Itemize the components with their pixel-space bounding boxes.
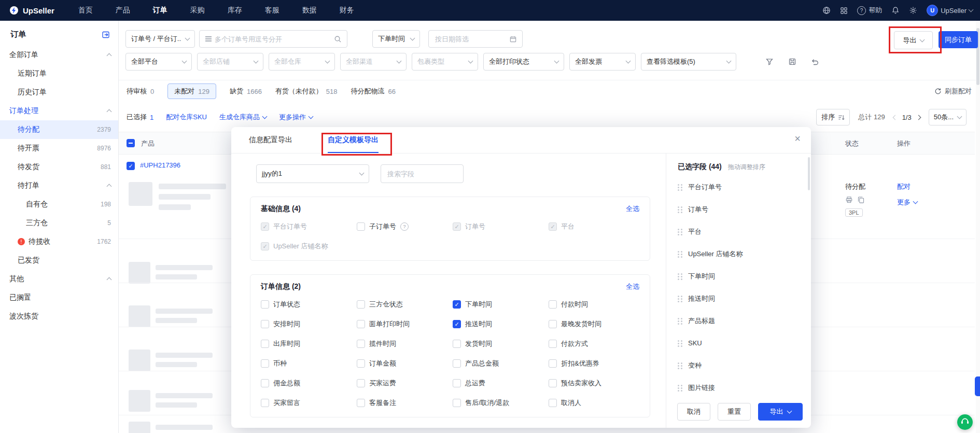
selected-field-item[interactable]: 平台 xyxy=(678,220,803,243)
settings-gear-icon[interactable] xyxy=(909,6,917,15)
order-number-link[interactable]: #UPH217396 xyxy=(140,161,180,169)
notifications-bell-icon[interactable] xyxy=(891,6,900,15)
status-tab[interactable]: 待分配物流 66 xyxy=(351,87,396,96)
tab-custom-template-export[interactable]: 自定义模板导出 xyxy=(328,127,379,153)
field-option[interactable]: 面单打印时间 ? xyxy=(357,319,447,329)
filter-dropdown[interactable]: 全部打印状态 xyxy=(483,53,564,71)
help-link[interactable]: ? 帮助 xyxy=(857,6,882,15)
filter-dropdown[interactable]: 包裹类型 xyxy=(412,53,478,71)
drag-handle-icon[interactable] xyxy=(678,184,683,191)
filter-dropdown[interactable]: 全部店铺 xyxy=(197,53,263,71)
field-option[interactable]: 佣金总额 ? xyxy=(261,379,352,388)
sidebar-item[interactable]: ! 近期订单 xyxy=(0,64,118,83)
search-type-select[interactable]: 订单号 / 平台订... xyxy=(125,30,195,48)
filter-dropdown[interactable]: 全部发票 xyxy=(569,53,636,71)
selected-field-item[interactable]: 变种 xyxy=(678,354,803,376)
reset-button[interactable]: 重置 xyxy=(718,403,751,421)
field-option[interactable]: 揽件时间 ? xyxy=(357,339,447,348)
field-option[interactable]: 买家运费 ? xyxy=(357,379,447,388)
export-confirm-button[interactable]: 导出 xyxy=(758,403,803,421)
sidebar-item[interactable]: ! 全部订单 xyxy=(0,46,118,64)
nav-item[interactable]: 客服 xyxy=(265,6,279,15)
sync-orders-button[interactable]: 同步订单 xyxy=(939,31,978,48)
drag-handle-icon[interactable] xyxy=(678,228,683,235)
field-option[interactable]: 预估卖家收入 ? xyxy=(549,379,639,388)
sidebar-item[interactable]: ! 自有仓 198 xyxy=(0,195,118,214)
sidebar-item[interactable]: ! 其他 xyxy=(0,270,118,288)
sidebar-item[interactable]: ! 待发货 881 xyxy=(0,158,118,176)
collapse-sidebar-icon[interactable] xyxy=(102,31,110,39)
field-option[interactable]: 发货时间 ? xyxy=(453,339,543,348)
selected-field-item[interactable]: 下单时间 xyxy=(678,265,803,287)
field-option[interactable]: 推送时间 ? xyxy=(453,319,543,329)
field-option[interactable]: 订单状态 ? xyxy=(261,300,352,309)
status-tab[interactable]: 未配对 129 xyxy=(167,83,216,99)
bulk-action-link[interactable]: 配对仓库SKU xyxy=(166,113,207,122)
refresh-pairing-button[interactable]: 刷新配对 xyxy=(934,87,972,96)
nav-item[interactable]: 产品 xyxy=(116,6,130,15)
language-globe-icon[interactable] xyxy=(822,6,831,15)
drag-handle-icon[interactable] xyxy=(678,362,683,369)
filter-dropdown[interactable]: 查看筛选模板(5) xyxy=(641,53,736,71)
print-label-icon[interactable] xyxy=(845,196,853,204)
field-option[interactable]: 付款时间 ? xyxy=(549,300,639,309)
field-option[interactable]: 出库时间 ? xyxy=(261,339,352,348)
field-option[interactable]: 付款方式 ? xyxy=(549,339,639,348)
sidebar-item[interactable]: ! 三方仓 5 xyxy=(0,214,118,232)
save-template-icon[interactable] xyxy=(788,58,796,66)
field-option[interactable]: 折扣&优惠券 ? xyxy=(549,359,639,368)
filter-dropdown[interactable]: 全部渠道 xyxy=(340,53,407,71)
search-icon[interactable] xyxy=(334,35,342,43)
filter-dropdown[interactable]: 全部平台 xyxy=(125,53,192,71)
sidebar-item[interactable]: ! 已搁置 xyxy=(0,288,118,307)
field-option[interactable]: 买家留言 ? xyxy=(261,398,352,408)
modal-scrollbar[interactable] xyxy=(808,157,810,190)
nav-item[interactable]: 库存 xyxy=(228,6,242,15)
page-size-select[interactable]: 50条... xyxy=(929,109,967,125)
status-tab[interactable]: 缺货 1666 xyxy=(230,87,262,96)
field-option[interactable]: 安排时间 ? xyxy=(261,319,352,329)
nav-item[interactable]: 数据 xyxy=(302,6,317,15)
more-link[interactable]: 更多 xyxy=(897,198,917,207)
brand[interactable]: UpSeller xyxy=(0,6,78,15)
sidebar-item[interactable]: ! 已发货 xyxy=(0,251,118,270)
date-filter-input[interactable] xyxy=(434,35,509,44)
filter-funnel-icon[interactable] xyxy=(765,58,774,66)
selected-field-item[interactable]: 图片链接 xyxy=(678,376,803,399)
bulk-action-link[interactable]: 更多操作 xyxy=(279,113,313,122)
drag-handle-icon[interactable] xyxy=(678,295,683,302)
sidebar-item[interactable]: ! 订单处理 xyxy=(0,102,118,120)
sidebar-item[interactable]: ! 待分配 2379 xyxy=(0,120,118,139)
field-option[interactable]: 平台 ? xyxy=(549,222,639,231)
status-tab[interactable]: 待审核 0 xyxy=(127,87,154,96)
next-page-icon[interactable] xyxy=(916,115,921,120)
selected-field-item[interactable]: 平台订单号 xyxy=(678,176,803,198)
nav-item[interactable]: 首页 xyxy=(78,6,93,15)
row-checkbox[interactable] xyxy=(127,162,135,170)
field-option[interactable]: 子订单号 ? xyxy=(357,222,447,231)
field-option[interactable]: 最晚发货时间 ? xyxy=(549,319,639,329)
selected-field-item[interactable]: 产品标题 xyxy=(678,310,803,332)
export-button[interactable]: 导出 xyxy=(894,31,933,49)
undo-icon[interactable] xyxy=(811,58,819,66)
filter-dropdown[interactable]: 全部仓库 xyxy=(269,53,335,71)
field-option[interactable]: 订单金额 ? xyxy=(357,359,447,368)
sidebar-item[interactable]: ! 波次拣货 xyxy=(0,307,118,326)
drag-handle-icon[interactable] xyxy=(678,340,683,347)
field-option[interactable]: 平台订单号 ? xyxy=(261,222,352,231)
drag-handle-icon[interactable] xyxy=(678,384,683,392)
field-option[interactable]: 总运费 ? xyxy=(453,379,543,388)
prev-page-icon[interactable] xyxy=(892,115,898,120)
time-type-select[interactable]: 下单时间 xyxy=(372,30,420,48)
bulk-action-link[interactable]: 生成仓库商品 xyxy=(219,113,267,122)
drag-handle-icon[interactable] xyxy=(678,273,683,280)
user-menu[interactable]: U UpSeller xyxy=(927,5,973,16)
drag-handle-icon[interactable] xyxy=(678,317,683,325)
customer-service-chat-button[interactable] xyxy=(957,414,973,430)
selected-field-item[interactable]: UpSeller 店铺名称 xyxy=(678,243,803,265)
apps-grid-icon[interactable] xyxy=(840,7,848,15)
selected-field-item[interactable]: 订单号 xyxy=(678,198,803,220)
sidebar-item[interactable]: ! 待打单 xyxy=(0,176,118,195)
field-option[interactable]: 客服备注 ? xyxy=(357,398,447,408)
field-option[interactable]: 售后/取消/退款 ? xyxy=(453,398,543,408)
